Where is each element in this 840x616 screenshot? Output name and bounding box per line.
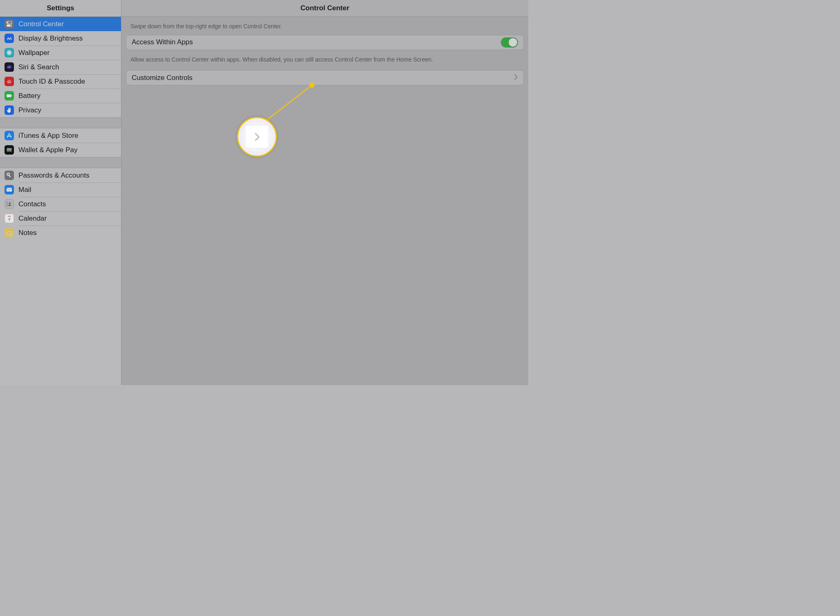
access-hint-text: Allow access to Control Center within ap… xyxy=(126,50,524,68)
sidebar-item-label: Battery xyxy=(18,92,41,100)
sidebar-item-display[interactable]: AA Display & Brightness xyxy=(0,31,121,46)
customize-controls-row[interactable]: Customize Controls xyxy=(126,71,523,85)
battery-icon xyxy=(5,91,14,100)
toggles-icon xyxy=(5,19,14,29)
sidebar-item-touchid[interactable]: Touch ID & Passcode xyxy=(0,74,121,89)
top-hint-text: Swipe down from the top-right edge to op… xyxy=(126,17,524,35)
mail-icon xyxy=(5,185,14,194)
customize-controls-card: Customize Controls xyxy=(126,70,524,85)
sidebar-item-contacts[interactable]: Contacts xyxy=(0,197,121,211)
sidebar-item-label: Privacy xyxy=(18,106,41,114)
callout-anchor-dot xyxy=(309,82,315,88)
calendar-icon xyxy=(5,214,14,223)
sidebar-item-label: iTunes & App Store xyxy=(18,132,78,140)
sidebar-item-label: Wallet & Apple Pay xyxy=(18,146,78,154)
sidebar-item-calendar[interactable]: Calendar xyxy=(0,211,121,226)
toggle-knob xyxy=(509,38,517,47)
sidebar-section: Control Center AA Display & Brightness W… xyxy=(0,17,121,117)
detail-pane: Control Center Swipe down from the top-r… xyxy=(121,0,528,385)
sidebar-item-label: Touch ID & Passcode xyxy=(18,78,85,86)
sidebar-section: iTunes & App Store Wallet & Apple Pay xyxy=(0,128,121,157)
siri-icon xyxy=(5,62,14,72)
sidebar-item-label: Siri & Search xyxy=(18,63,59,71)
access-within-apps-card: Access Within Apps xyxy=(126,35,524,50)
detail-title: Control Center xyxy=(121,0,528,17)
sidebar-item-label: Passwords & Accounts xyxy=(18,171,89,180)
text-size-icon: AA xyxy=(5,34,14,43)
sidebar-item-passwords[interactable]: Passwords & Accounts xyxy=(0,168,121,183)
sidebar-item-label: Contacts xyxy=(18,200,46,208)
sidebar-item-siri[interactable]: Siri & Search xyxy=(0,60,121,74)
sidebar-item-mail[interactable]: Mail xyxy=(0,183,121,197)
sidebar-item-label: Wallpaper xyxy=(18,49,50,57)
detail-content: Swipe down from the top-right edge to op… xyxy=(121,17,528,85)
sidebar-item-wallet[interactable]: Wallet & Apple Pay xyxy=(0,143,121,157)
settings-sidebar: Settings Control Center AA Display & Bri… xyxy=(0,0,121,385)
sidebar-item-label: Control Center xyxy=(18,20,64,28)
wallet-icon xyxy=(5,145,14,155)
access-within-apps-toggle[interactable] xyxy=(501,37,518,48)
chevron-right-icon xyxy=(254,132,260,141)
contacts-icon xyxy=(5,199,14,209)
sidebar-gap xyxy=(0,117,121,128)
sidebar-gap xyxy=(0,157,121,168)
access-within-apps-label: Access Within Apps xyxy=(132,38,501,46)
sidebar-item-label: Notes xyxy=(18,229,37,237)
callout-zoom-circle xyxy=(237,117,277,157)
customize-controls-label: Customize Controls xyxy=(132,74,514,82)
key-icon xyxy=(5,171,14,180)
hand-icon xyxy=(5,105,14,115)
sidebar-title: Settings xyxy=(0,0,121,17)
fingerprint-icon xyxy=(5,77,14,86)
sidebar-item-itunes[interactable]: iTunes & App Store xyxy=(0,128,121,143)
sidebar-item-label: Calendar xyxy=(18,214,47,223)
sidebar-item-label: Display & Brightness xyxy=(18,34,83,43)
flower-icon xyxy=(5,48,14,57)
sidebar-item-privacy[interactable]: Privacy xyxy=(0,103,121,117)
callout-mock-row xyxy=(246,126,268,148)
notes-icon xyxy=(5,228,14,237)
chevron-right-icon xyxy=(514,74,518,82)
sidebar-section: Passwords & Accounts Mail Contacts Calen… xyxy=(0,168,121,240)
access-within-apps-row[interactable]: Access Within Apps xyxy=(126,35,523,50)
sidebar-item-battery[interactable]: Battery xyxy=(0,89,121,103)
sidebar-item-notes[interactable]: Notes xyxy=(0,226,121,240)
appstore-icon xyxy=(5,131,14,140)
sidebar-item-wallpaper[interactable]: Wallpaper xyxy=(0,46,121,60)
sidebar-item-label: Mail xyxy=(18,186,31,194)
settings-screen: Settings Control Center AA Display & Bri… xyxy=(0,0,528,385)
sidebar-item-control-center[interactable]: Control Center xyxy=(0,17,121,31)
